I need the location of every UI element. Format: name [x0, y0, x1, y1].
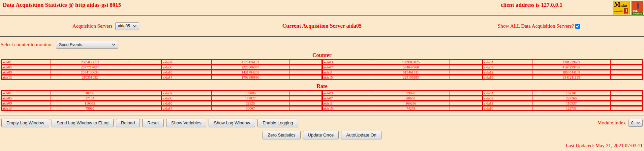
counter-value: 2605030619 [51, 60, 129, 64]
counter-entry: aida062220506987 [161, 65, 322, 70]
counter-entry: aida092054196634 [1, 70, 161, 75]
server-name: aida05 [2, 65, 51, 69]
counter-entry: aida052077717024 [1, 65, 161, 70]
counter-value: 1431784265 [212, 70, 289, 74]
server-name: aida03 [323, 91, 372, 95]
spacer-cell [289, 60, 321, 64]
rate-entry: aida09116633 [1, 101, 161, 106]
spacer-cell [611, 76, 642, 79]
tcl-powered-logo[interactable]: TCL POWERED [632, 1, 643, 16]
counter-entry: aida11519461711 [322, 70, 483, 75]
rate-value: 79990 [51, 107, 129, 110]
server-name: aida02 [162, 60, 211, 64]
spacer-cell [129, 60, 161, 64]
send-log-window-to-elog-button[interactable]: Send Log Window to ELog [52, 119, 114, 127]
server-name: aida11 [323, 70, 372, 74]
client-address: client address is 127.0.0.1 [501, 2, 562, 8]
spacer-cell [611, 70, 642, 74]
show-log-window-button[interactable]: Show Log Window [209, 119, 255, 127]
server-name: aida01 [2, 60, 51, 64]
show-variables-button[interactable]: Show Variables [166, 119, 206, 127]
spacer-cell [450, 76, 482, 79]
midas-badge-icon [624, 8, 628, 13]
rate-value: 99070 [372, 91, 450, 95]
reset-button[interactable]: Reset [142, 119, 164, 127]
server-name: aida05 [2, 96, 51, 100]
module-index-select[interactable]: 0 [628, 119, 643, 127]
rate-entry: aida16123731 [483, 106, 643, 111]
server-name: aida16 [483, 107, 532, 110]
server-name: aida01 [2, 91, 51, 95]
server-name: aida03 [323, 60, 372, 64]
show-all-servers-label: Show ALL Data Acquisition Servers? [498, 23, 574, 29]
server-name: aida08 [483, 96, 532, 100]
spacer-cell [611, 96, 642, 100]
counter-entry: aida13210351632 [1, 75, 161, 80]
reload-button[interactable]: Reload [116, 119, 140, 127]
counter-entry: aida101431784265 [161, 70, 322, 75]
rate-value: 22325 [212, 101, 289, 105]
autoupdate-on-button[interactable]: AutoUpdate On [341, 131, 381, 139]
server-name: aida06 [162, 96, 211, 100]
rate-value: 166286 [372, 101, 450, 105]
enable-logging-button[interactable]: Enable Logging [257, 119, 298, 127]
counter-entry: aida024175176133 [161, 60, 322, 65]
server-name: aida15 [323, 107, 372, 110]
chevron-down-icon [112, 43, 116, 46]
midas-logo[interactable]: Midas powered by [613, 1, 630, 14]
rate-entry: aida0537194 [1, 96, 161, 101]
counter-value: 584047968 [372, 65, 450, 69]
rate-value: 37194 [51, 96, 129, 100]
counter-value: 4175176133 [212, 60, 289, 64]
counter-value: 229109383 [372, 76, 450, 79]
counter-value: 1854044168 [532, 70, 610, 74]
spacer-cell [289, 70, 321, 74]
counter-value: 1089913825 [372, 60, 450, 64]
rate-table: aida0148768aida02139086aida0399070aida04… [1, 90, 643, 111]
rate-entry: aida08227766 [483, 96, 643, 101]
chevron-down-icon [636, 122, 640, 124]
counter-monitor-selected-value: Good Events [59, 42, 82, 47]
counter-value: 4164299488 [532, 65, 610, 69]
counter-entry: aida084164299488 [483, 65, 643, 70]
rate-entry: aida12110937 [483, 101, 643, 106]
module-index-label: Module Index [597, 120, 626, 126]
midas-logo-text: Midas [613, 1, 630, 8]
counter-monitor-row: Select counter to monitor Good Events [0, 37, 644, 49]
rate-value: 227766 [532, 96, 610, 100]
chevron-down-icon [133, 25, 136, 27]
rate-entry: aida06177827 [161, 96, 322, 101]
counter-table-title: Counter [0, 52, 644, 58]
update-once-button[interactable]: Update Once [303, 131, 339, 139]
server-name: aida13 [2, 76, 51, 79]
rate-entry: aida1022325 [161, 101, 322, 106]
rate-entry: aida1379990 [1, 106, 161, 111]
rate-value: 123731 [532, 107, 610, 110]
counter-monitor-select[interactable]: Good Events [56, 41, 118, 49]
counter-value: 1703388836 [212, 76, 289, 79]
header: Data Acquisition Statistics @ http aidas… [0, 0, 644, 15]
server-name: aida07 [323, 65, 372, 69]
spacer-cell [450, 101, 482, 105]
rate-value: 116633 [51, 101, 129, 105]
spacer-cell [450, 96, 482, 100]
empty-log-window-button[interactable]: Empty Log Window [1, 119, 49, 127]
show-all-servers-checkbox[interactable] [575, 24, 580, 29]
server-name: aida06 [162, 65, 211, 69]
rate-entry: aida02139086 [161, 91, 322, 96]
acquisition-server-select[interactable]: aida05 [115, 22, 139, 30]
rate-entry: aida11166286 [322, 101, 483, 106]
rate-value: 162301 [532, 91, 610, 95]
server-name: aida12 [483, 70, 532, 74]
server-bar: Acquisition Servers aida05 Current Acqui… [0, 16, 644, 36]
server-name: aida09 [2, 101, 51, 105]
zero-statistics-button[interactable]: Zero Statistics [263, 131, 300, 139]
server-name: aida15 [323, 76, 372, 79]
rate-value: 177827 [212, 96, 289, 100]
spacer-cell [289, 76, 321, 79]
counter-value: 2220506987 [212, 65, 289, 69]
counter-value: 3341211139 [532, 76, 610, 79]
counter-entry: aida042201519631 [483, 60, 643, 65]
tcl-powered-text: POWERED [632, 12, 643, 15]
rate-value: 48768 [51, 91, 129, 95]
